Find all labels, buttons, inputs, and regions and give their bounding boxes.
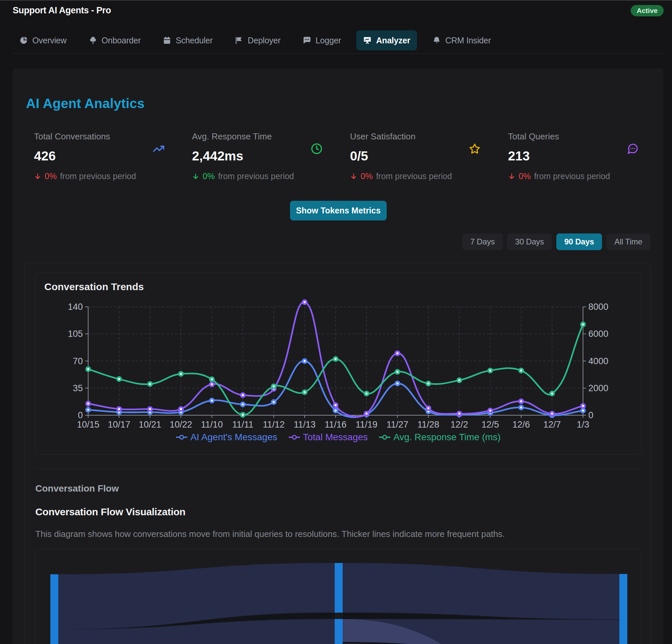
- arrow-down-icon: [192, 173, 199, 180]
- legend-item-total-messages[interactable]: Total Messages: [289, 432, 368, 443]
- stat-delta-pct: 0%: [361, 172, 373, 181]
- data-point: [210, 382, 214, 386]
- stat-delta: 0% from previous period: [350, 172, 481, 181]
- range-90-days[interactable]: 90 Days: [556, 233, 602, 250]
- sankey-node: [50, 574, 58, 644]
- range-30-days[interactable]: 30 Days: [507, 233, 552, 250]
- x-axis-label: 10/15: [77, 420, 100, 430]
- bell-icon: [432, 36, 441, 45]
- stat-delta-pct: 0%: [45, 172, 57, 181]
- x-axis-label: 11/10: [201, 420, 223, 430]
- status-badge: Active: [631, 5, 664, 16]
- legend-line-point-icon: [289, 434, 300, 440]
- flow-title: Conversation Flow Visualization: [35, 506, 185, 518]
- stat-delta-note: from previous period: [376, 172, 452, 181]
- flow-section-label: Conversation Flow: [35, 483, 119, 494]
- y-axis-label-left: 0: [78, 410, 83, 420]
- stat-delta: 0% from previous period: [34, 172, 165, 181]
- tab-label: Scheduler: [176, 36, 213, 45]
- tab-crm-insider[interactable]: CRM Insider: [426, 30, 498, 50]
- stat-label: Total Conversations: [34, 131, 165, 142]
- data-point: [179, 407, 183, 411]
- tab-overview[interactable]: Overview: [13, 30, 73, 50]
- message-dots-icon: [303, 36, 311, 45]
- stat-card-avg-response-time: Avg. Response Time 2,442ms 0% from previ…: [192, 131, 323, 182]
- data-point: [581, 323, 585, 327]
- x-axis-label: 12/5: [481, 420, 499, 430]
- stat-delta-note: from previous period: [534, 172, 610, 181]
- data-point: [334, 357, 338, 361]
- y-axis-label-left: 35: [73, 383, 83, 393]
- data-point: [334, 403, 338, 407]
- legend-label: Avg. Response Time (ms): [393, 432, 501, 443]
- y-axis-label-right: 2000: [588, 383, 608, 393]
- data-point: [365, 412, 369, 416]
- stat-value: 426: [34, 149, 165, 163]
- range-7-days[interactable]: 7 Days: [462, 233, 503, 250]
- data-point: [272, 385, 276, 388]
- tab-bar: Overview Onboarder Scheduler Deployer: [13, 30, 498, 51]
- sankey-link: [343, 563, 619, 619]
- stat-delta-note: from previous period: [218, 172, 294, 181]
- conversation-trends-chart: 035701051400200040006000800010/1510/1710…: [35, 272, 641, 432]
- tab-label: CRM Insider: [445, 36, 491, 45]
- data-point: [581, 404, 585, 408]
- calendar-icon: [163, 36, 171, 45]
- data-point: [303, 390, 307, 394]
- page-title: AI Agent Analytics: [26, 96, 145, 111]
- y-axis-label-right: 0: [588, 410, 593, 420]
- stat-delta: 0% from previous period: [508, 172, 639, 181]
- stat-delta-pct: 0%: [203, 172, 215, 181]
- legend-label: Total Messages: [303, 432, 368, 443]
- tab-analyzer[interactable]: Analyzer: [356, 30, 417, 50]
- arrow-down-icon: [350, 173, 357, 180]
- x-axis-label: 12/7: [543, 420, 561, 430]
- legend-item-avg-response-time[interactable]: Avg. Response Time (ms): [379, 432, 501, 443]
- data-point: [117, 377, 121, 381]
- legend-item-ai-agents-messages[interactable]: AI Agent's Messages: [176, 432, 277, 443]
- data-point: [519, 399, 523, 403]
- x-axis-label: 11/13: [294, 420, 316, 430]
- tab-onboarder[interactable]: Onboarder: [82, 30, 148, 50]
- stat-delta-note: from previous period: [60, 172, 136, 181]
- tab-deployer[interactable]: Deployer: [228, 30, 287, 50]
- y-axis-label-right: 4000: [588, 356, 608, 366]
- x-axis-label: 10/21: [139, 420, 161, 430]
- tab-scheduler[interactable]: Scheduler: [156, 30, 219, 50]
- stat-label: User Satisfaction: [350, 131, 481, 142]
- x-axis-label: 11/12: [263, 420, 285, 430]
- x-axis-label: 11/11: [232, 420, 254, 430]
- tab-label: Overview: [32, 36, 67, 45]
- data-point: [396, 370, 400, 374]
- tab-label: Onboarder: [102, 36, 141, 45]
- data-point: [148, 407, 152, 411]
- tab-label: Logger: [316, 36, 341, 45]
- sankey-node: [335, 619, 343, 644]
- data-point: [550, 391, 554, 396]
- sankey-node: [619, 574, 627, 644]
- sankey-node: [335, 563, 343, 613]
- stat-label: Avg. Response Time: [192, 131, 323, 142]
- top-hairline: [0, 0, 672, 1]
- flow-description: This diagram shows how conversations mov…: [35, 529, 505, 539]
- tree-icon: [89, 36, 97, 45]
- chat-bubble-icon: [627, 143, 639, 155]
- flag-icon: [235, 36, 243, 45]
- range-all-time[interactable]: All Time: [606, 233, 650, 250]
- data-point: [519, 406, 523, 410]
- stat-card-total-queries: Total Queries 213 0% from previous perio…: [508, 131, 639, 182]
- data-point: [550, 412, 554, 416]
- time-range-group: 7 Days 30 Days 90 Days All Time: [462, 233, 650, 250]
- chart-legend: AI Agent's Messages Total Messages Avg. …: [35, 432, 641, 443]
- data-point: [241, 393, 245, 397]
- app-title: Support AI Agents - Pro: [13, 5, 111, 16]
- y-axis-label-right: 8000: [588, 302, 608, 312]
- data-point: [86, 408, 90, 412]
- y-axis-label-left: 70: [73, 356, 83, 366]
- data-point: [303, 300, 307, 304]
- show-tokens-metrics-button[interactable]: Show Tokens Metrics: [290, 201, 387, 221]
- data-point: [210, 399, 214, 402]
- x-axis-label: 12/2: [451, 420, 468, 430]
- tab-logger[interactable]: Logger: [296, 30, 348, 50]
- y-axis-label-right: 6000: [588, 329, 608, 339]
